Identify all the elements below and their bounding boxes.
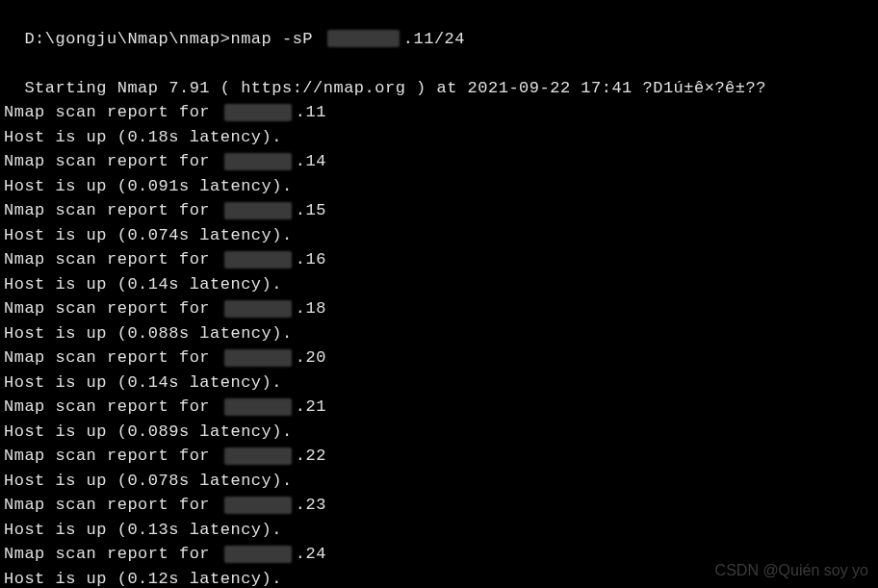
host-up-prefix: Host is up (: [4, 275, 127, 294]
host-up-line: Host is up (0.088s latency).: [4, 321, 874, 346]
host-up-prefix: Host is up (: [4, 570, 127, 588]
starting-text: Starting Nmap 7.91 ( https://nmap.org ) …: [24, 79, 766, 97]
host-up-line: Host is up (0.074s latency).: [4, 223, 874, 248]
ip-suffix: .15: [296, 201, 326, 219]
report-prefix: Nmap scan report for: [4, 250, 220, 268]
scan-report-line: Nmap scan report for xxx.20: [4, 345, 874, 371]
command-prompt-line[interactable]: D:\gongju\Nmap\nmap>nmap -sP xxx.11/24: [4, 2, 874, 51]
ip-suffix: .14: [296, 152, 326, 170]
redacted-ip: xxx: [224, 398, 292, 416]
host-up-suffix: latency).: [190, 472, 293, 490]
redacted-ip: xxx: [224, 546, 292, 563]
ip-suffix: .24: [296, 545, 326, 563]
redacted-ip: xxx: [224, 447, 292, 465]
scan-report-line: Nmap scan report for xxx.16: [4, 247, 874, 272]
host-up-prefix: Host is up (: [4, 128, 127, 146]
host-up-line: Host is up (0.089s latency).: [4, 420, 874, 445]
latency-value: 0.14s: [127, 275, 179, 294]
ip-suffix: .16: [296, 250, 326, 268]
report-prefix: Nmap scan report for: [4, 348, 220, 367]
report-prefix: Nmap scan report for: [4, 299, 220, 318]
host-up-suffix: latency).: [179, 128, 282, 146]
ip-suffix: .11: [296, 103, 326, 121]
host-up-prefix: Host is up (: [4, 472, 127, 490]
hosts-output: Nmap scan report for xxx.11Host is up (0…: [4, 100, 874, 588]
latency-value: 0.12s: [127, 570, 179, 588]
redacted-ip: xxx: [224, 251, 292, 268]
redacted-ip: xxx: [327, 30, 400, 47]
host-up-prefix: Host is up (: [4, 521, 127, 539]
ip-suffix: .20: [296, 348, 326, 367]
host-up-prefix: Host is up (: [4, 373, 127, 392]
latency-value: 0.13s: [127, 521, 179, 539]
target-suffix: .11/24: [403, 30, 465, 48]
latency-value: 0.091s: [127, 177, 189, 195]
scan-report-line: Nmap scan report for xxx.14: [4, 149, 874, 174]
latency-value: 0.089s: [127, 422, 189, 441]
latency-value: 0.14s: [127, 373, 179, 392]
scan-report-line: Nmap scan report for xxx.23: [4, 493, 874, 518]
report-prefix: Nmap scan report for: [4, 201, 220, 219]
ip-suffix: .23: [296, 496, 326, 514]
host-up-line: Host is up (0.18s latency).: [4, 125, 874, 150]
scan-report-line: Nmap scan report for xxx.15: [4, 198, 874, 223]
host-up-line: Host is up (0.078s latency).: [4, 469, 874, 494]
host-up-suffix: latency).: [190, 422, 293, 441]
host-up-suffix: latency).: [179, 275, 282, 294]
host-up-prefix: Host is up (: [4, 177, 127, 195]
host-up-line: Host is up (0.14s latency).: [4, 371, 874, 396]
redacted-ip: xxx: [224, 300, 292, 318]
starting-line: Starting Nmap 7.91 ( https://nmap.org ) …: [4, 51, 874, 100]
scan-report-line: Nmap scan report for xxx.18: [4, 296, 874, 321]
host-up-suffix: latency).: [190, 226, 293, 244]
scan-report-line: Nmap scan report for xxx.21: [4, 395, 874, 420]
prompt-path: D:\gongju\Nmap\nmap>: [24, 30, 230, 48]
redacted-ip: xxx: [224, 202, 292, 219]
host-up-line: Host is up (0.091s latency).: [4, 174, 874, 199]
report-prefix: Nmap scan report for: [4, 152, 220, 170]
redacted-ip: xxx: [224, 497, 292, 514]
report-prefix: Nmap scan report for: [4, 103, 220, 121]
host-up-suffix: latency).: [179, 373, 282, 392]
host-up-prefix: Host is up (: [4, 324, 127, 343]
host-up-line: Host is up (0.14s latency).: [4, 272, 874, 297]
redacted-ip: xxx: [224, 104, 292, 121]
redacted-ip: xxx: [224, 153, 292, 170]
host-up-line: Host is up (0.13s latency).: [4, 518, 874, 543]
ip-suffix: .22: [296, 447, 326, 465]
report-prefix: Nmap scan report for: [4, 545, 220, 563]
watermark: CSDN @Quién soy yo: [715, 559, 868, 582]
report-prefix: Nmap scan report for: [4, 496, 220, 514]
host-up-prefix: Host is up (: [4, 226, 127, 244]
host-up-suffix: latency).: [179, 521, 282, 539]
host-up-suffix: latency).: [190, 177, 293, 195]
report-prefix: Nmap scan report for: [4, 397, 220, 416]
latency-value: 0.078s: [127, 472, 189, 490]
report-prefix: Nmap scan report for: [4, 447, 220, 465]
scan-report-line: Nmap scan report for xxx.22: [4, 444, 874, 469]
host-up-suffix: latency).: [179, 570, 282, 588]
latency-value: 0.18s: [127, 128, 179, 146]
ip-suffix: .21: [296, 397, 326, 416]
host-up-prefix: Host is up (: [4, 422, 127, 441]
latency-value: 0.074s: [127, 226, 189, 244]
ip-suffix: .18: [296, 299, 326, 318]
command-text: nmap -sP: [230, 30, 313, 48]
redacted-ip: xxx: [224, 349, 292, 367]
scan-report-line: Nmap scan report for xxx.11: [4, 100, 874, 125]
host-up-suffix: latency).: [190, 324, 293, 343]
latency-value: 0.088s: [127, 324, 189, 343]
